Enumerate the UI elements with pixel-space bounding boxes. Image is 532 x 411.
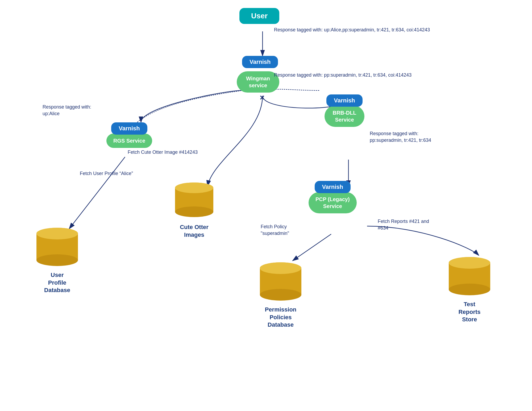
annotation-response-right: Response tagged with: pp:superadmin, tr:… <box>274 72 412 78</box>
permission-db-cylinder <box>258 261 303 303</box>
wingman-node: Wingmanservice <box>237 71 279 93</box>
cute-otter-db-cylinder <box>173 181 215 221</box>
cute-otter-db-label: Cute OtterImages <box>180 223 209 239</box>
annotation-fetch-otter: Fetch Cute Otter Image #414243 <box>128 149 198 156</box>
user-box: User <box>239 8 279 24</box>
test-reports-db-node: TestReportsStore <box>447 255 492 323</box>
varnish-right-box: Varnish <box>326 94 362 107</box>
varnish-top-box: Varnish <box>242 56 278 68</box>
cute-otter-db-node: Cute OtterImages <box>173 181 215 239</box>
wingman-cross: ✕ <box>259 94 265 102</box>
permission-db-node: PermissionPoliciesDatabase <box>258 261 303 329</box>
user-profile-db-label: UserProfileDatabase <box>44 271 70 294</box>
svg-point-13 <box>175 182 213 193</box>
svg-point-12 <box>175 206 213 217</box>
svg-point-21 <box>449 257 490 269</box>
user-node: User <box>239 8 279 24</box>
rgs-box: RGS Service <box>106 134 152 148</box>
pcp-box: PCP (Legacy)Service <box>309 192 357 213</box>
brb-box: BRB-DLLService <box>325 106 364 127</box>
test-reports-db-cylinder <box>447 255 492 298</box>
varnish-bottom-box: Varnish <box>315 181 351 193</box>
svg-line-5 <box>293 234 331 261</box>
annotation-fetch-policy: Fetch Policy"superadmin" <box>261 223 289 237</box>
svg-point-17 <box>260 262 301 274</box>
varnish-left-node: Varnish RGS Service <box>106 122 152 148</box>
user-profile-db-node: UserProfileDatabase <box>35 226 80 294</box>
varnish-right-node: Varnish BRB-DLLService <box>325 94 364 127</box>
diagram: User Response tagged with: up:Alice,pp:s… <box>0 0 532 411</box>
annotation-fetch-reports: Fetch Reports #421 and#634 <box>378 218 429 231</box>
svg-point-20 <box>449 284 490 295</box>
svg-point-9 <box>36 228 78 239</box>
annotation-response-top: Response tagged with: up:Alice,pp:supera… <box>274 27 430 33</box>
test-reports-db-label: TestReportsStore <box>458 301 480 323</box>
varnish-bottom-node: Varnish PCP (Legacy)Service <box>309 181 357 213</box>
wingman-box: Wingmanservice <box>237 71 279 93</box>
annotation-response-brb: Response tagged with:pp:superadmin, tr:4… <box>370 130 431 144</box>
annotation-response-left: Response tagged with:up:Alice <box>43 104 91 117</box>
varnish-top-node: Varnish <box>242 56 278 68</box>
varnish-left-box: Varnish <box>111 122 147 135</box>
svg-point-16 <box>260 289 301 301</box>
permission-db-label: PermissionPoliciesDatabase <box>265 306 297 329</box>
svg-line-3 <box>69 157 125 229</box>
annotation-fetch-user: Fetch User Profile “Alice” <box>80 170 133 177</box>
svg-point-8 <box>36 254 78 266</box>
user-profile-db-cylinder <box>35 226 80 269</box>
